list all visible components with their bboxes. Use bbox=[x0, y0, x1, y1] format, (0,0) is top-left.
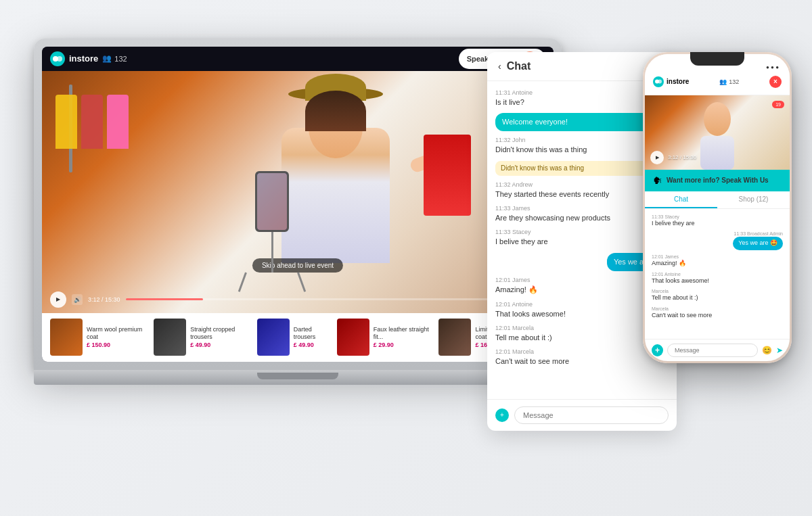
phone-header: instore 👥 132 × bbox=[645, 73, 790, 95]
product-thumbnail-1 bbox=[50, 319, 83, 356]
progress-bar[interactable] bbox=[126, 298, 513, 300]
back-arrow-icon[interactable]: ‹ bbox=[498, 61, 501, 72]
phone-msg-text-6: Can't wait to see more bbox=[652, 312, 783, 320]
svg-point-1 bbox=[57, 56, 62, 62]
chat-panel-title: Chat bbox=[507, 60, 531, 72]
phone-msg-text-4: That looks awesome! bbox=[652, 277, 783, 285]
phone-msg-4: 12:01 Antoine That looks awesome! bbox=[652, 272, 783, 285]
phone-logo-icon bbox=[653, 76, 664, 87]
progress-fill bbox=[126, 298, 203, 300]
phone-tab-shop[interactable]: Shop (12) bbox=[717, 191, 790, 208]
chat-input-area: + bbox=[487, 399, 677, 431]
product-price-4: £ 29.90 bbox=[374, 342, 434, 348]
phone-time-display: 3:12 / 15:30 bbox=[668, 154, 696, 160]
phone-logo-row: instore 👥 132 × bbox=[653, 76, 782, 88]
laptop-base bbox=[34, 370, 562, 385]
phone-msg-3: 12:01 James Amazing! 🔥 bbox=[652, 254, 783, 268]
product-info-2: Straight cropped trousers £ 49.90 bbox=[190, 326, 252, 349]
product-name-3: Darted trousers bbox=[294, 326, 332, 341]
laptop-video-area: Skip ahead to live event ▶ 🔊 3:12 / 15:3… bbox=[42, 71, 554, 313]
phone-viewers: 👥 132 bbox=[719, 78, 739, 85]
laptop-header: instore 👥 132 Speak With Us bbox=[42, 47, 554, 71]
phone-msg-meta-6: Marcela bbox=[652, 306, 783, 311]
phone-msg-meta-1: 11:33 Stacey bbox=[652, 214, 783, 219]
phone-speak-text: Want more info? Speak With Us bbox=[667, 177, 782, 184]
phone-video-person bbox=[690, 102, 744, 163]
phone-tab-chat[interactable]: Chat bbox=[645, 191, 717, 208]
phone-msg-meta-2: 11:33 Broadcast Admin bbox=[734, 231, 783, 236]
phone-speak-icon: 🗣 bbox=[653, 175, 662, 186]
product-thumbnail-2 bbox=[154, 319, 186, 356]
laptop-logo-icon bbox=[50, 51, 65, 66]
product-item-1[interactable]: Warm wool premium coat £ 150.90 bbox=[50, 319, 148, 356]
product-thumbnail-4 bbox=[337, 319, 369, 356]
phone-logo-text: instore bbox=[667, 78, 689, 85]
phone-msg-meta-4: 12:01 Antoine bbox=[652, 272, 783, 277]
product-item-2[interactable]: Straight cropped trousers £ 49.90 bbox=[154, 319, 252, 356]
volume-icon[interactable]: 🔊 bbox=[72, 294, 83, 305]
phone-msg-meta-3: 12:01 James bbox=[652, 254, 783, 259]
phone-speak-bar[interactable]: 🗣 Want more info? Speak With Us bbox=[645, 170, 790, 191]
phone-msg-text-3: Amazing! 🔥 bbox=[652, 260, 783, 268]
product-item-4[interactable]: Faux leather straight fit... £ 29.90 bbox=[337, 319, 434, 356]
phone-msg-1: 11:33 Stacey I belive they are bbox=[652, 214, 783, 228]
phone-inner: ● ● ● instore bbox=[645, 54, 790, 361]
phone-chat-messages: 11:33 Stacey I belive they are 11:33 Bro… bbox=[645, 209, 790, 339]
laptop-video-controls: ▶ 🔊 3:12 / 15:30 🏷 19 bbox=[42, 291, 554, 308]
scene: instore 👥 132 Speak With Us bbox=[14, 11, 798, 505]
laptop-content: instore 👥 132 Speak With Us bbox=[42, 47, 554, 362]
product-thumbnail-5 bbox=[438, 319, 471, 356]
clothing-rack-left bbox=[52, 85, 129, 149]
phone-msg-6: Marcela Can't wait to see more bbox=[652, 306, 783, 320]
product-info-4: Faux leather straight fit... £ 29.90 bbox=[374, 326, 434, 349]
phone-input-plus-icon[interactable]: + bbox=[652, 344, 663, 356]
phone-msg-meta-5: Marcela bbox=[652, 289, 783, 294]
product-name-1: Warm wool premium coat bbox=[87, 326, 148, 341]
phone-close-button[interactable]: × bbox=[769, 76, 782, 88]
phone-play-button[interactable]: ▶ bbox=[650, 151, 664, 164]
phone-logo: instore bbox=[653, 76, 689, 87]
phone-notch bbox=[690, 52, 744, 66]
viewers-icon: 👥 bbox=[102, 54, 112, 63]
product-info-3: Darted trousers £ 49.90 bbox=[294, 326, 332, 349]
phone-status-icons: ● ● ● bbox=[766, 64, 779, 70]
product-name-2: Straight cropped trousers bbox=[190, 326, 252, 341]
chat-input-plus-icon[interactable]: + bbox=[495, 408, 509, 422]
phone: ● ● ● instore bbox=[643, 52, 792, 363]
laptop-screen: instore 👥 132 Speak With Us bbox=[42, 47, 554, 362]
laptop-products-bar: Warm wool premium coat £ 150.90 Straight… bbox=[42, 313, 554, 362]
phone-msg-5: Marcela Tell me about it :) bbox=[652, 289, 783, 302]
product-thumbnail-3 bbox=[257, 319, 290, 356]
play-button[interactable]: ▶ bbox=[50, 291, 66, 308]
product-info-1: Warm wool premium coat £ 150.90 bbox=[87, 326, 148, 349]
laptop-logo-text: instore bbox=[69, 53, 98, 64]
phone-msg-text-5: Tell me about it :) bbox=[652, 294, 783, 302]
phone-video: ▶ 3:12 / 15:30 19 bbox=[645, 95, 790, 170]
phone-tabs: Chat Shop (12) bbox=[645, 191, 790, 209]
product-item-3[interactable]: Darted trousers £ 49.90 bbox=[257, 319, 332, 356]
product-price-1: £ 150.90 bbox=[87, 342, 148, 348]
product-name-4: Faux leather straight fit... bbox=[374, 326, 434, 341]
chat-message-input[interactable] bbox=[514, 406, 669, 424]
phone-emoji-button[interactable]: 😊 bbox=[762, 346, 772, 355]
phone-input-row: + 😊 ➤ bbox=[645, 339, 790, 361]
time-display: 3:12 / 15:30 bbox=[88, 296, 120, 303]
phone-frame: ● ● ● instore bbox=[643, 52, 792, 363]
laptop: instore 👥 132 Speak With Us bbox=[34, 39, 562, 397]
svg-point-3 bbox=[658, 80, 662, 84]
laptop-logo-area: instore 👥 132 bbox=[50, 51, 127, 66]
product-price-3: £ 49.90 bbox=[294, 342, 332, 348]
phone-video-overlay: ▶ 3:12 / 15:30 bbox=[650, 151, 696, 164]
phone-msg-text-2: Yes we are 🤩 bbox=[733, 237, 783, 250]
phone-msg-text-1: I belive they are bbox=[652, 220, 783, 228]
phone-send-button[interactable]: ➤ bbox=[776, 346, 783, 355]
tripod-phone bbox=[245, 171, 299, 293]
laptop-viewers: 👥 132 bbox=[102, 54, 127, 63]
phone-msg-2: 11:33 Broadcast Admin Yes we are 🤩 bbox=[652, 231, 783, 250]
phone-chat-badge: 19 bbox=[772, 101, 784, 108]
phone-viewers-icon: 👥 bbox=[719, 78, 727, 85]
laptop-body: instore 👥 132 Speak With Us bbox=[34, 39, 562, 370]
product-price-2: £ 49.90 bbox=[190, 342, 252, 348]
phone-message-input[interactable] bbox=[667, 344, 758, 357]
laptop-video-background: Skip ahead to live event ▶ 🔊 3:12 / 15:3… bbox=[42, 71, 554, 313]
